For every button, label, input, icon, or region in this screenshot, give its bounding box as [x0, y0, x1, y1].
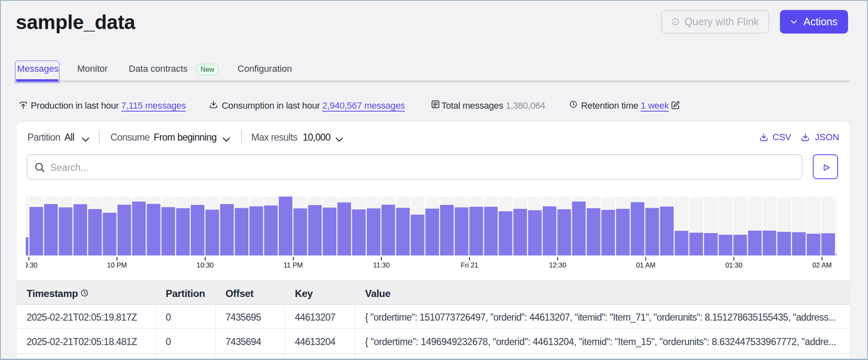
svg-text:10:30: 10:30 — [196, 261, 213, 269]
svg-text:09:30: 09:30 — [26, 261, 37, 269]
svg-text:11:30: 11:30 — [373, 261, 390, 269]
svg-text:01:30: 01:30 — [725, 261, 742, 269]
svg-text:Fri 21: Fri 21 — [461, 261, 478, 269]
svg-text:12:30: 12:30 — [549, 261, 566, 269]
svg-text:02 AM: 02 AM — [812, 261, 832, 269]
svg-text:01 AM: 01 AM — [636, 261, 656, 269]
svg-text:11 PM: 11 PM — [284, 261, 303, 269]
svg-text:10 PM: 10 PM — [107, 261, 127, 269]
